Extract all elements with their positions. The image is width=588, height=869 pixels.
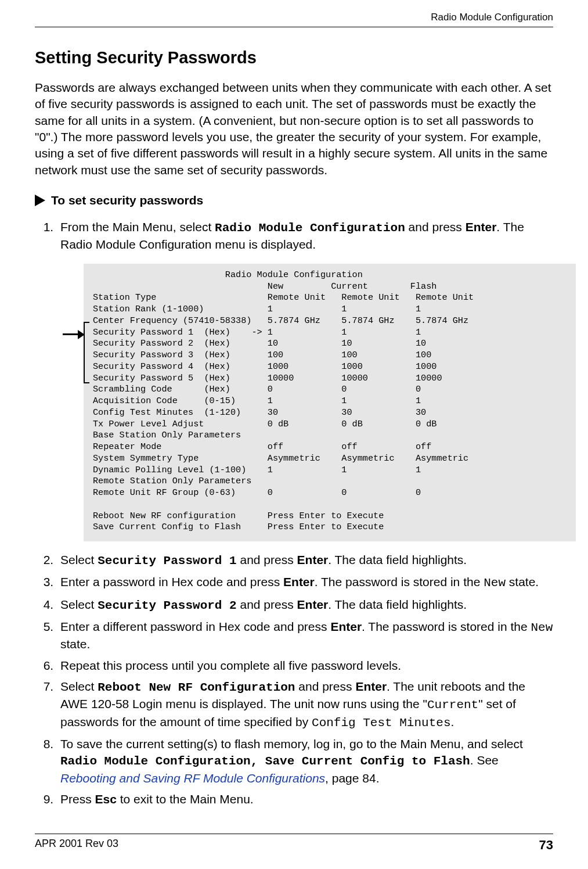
step-text: Enter a password in Hex code and press xyxy=(60,575,283,588)
step-text: . The password is stored in the xyxy=(315,575,484,588)
key-name: Enter xyxy=(330,620,362,633)
step-text: . The data field highlights. xyxy=(328,553,467,566)
step-text: Select xyxy=(60,598,98,611)
step-9: Press Esc to exit to the Main Menu. xyxy=(57,791,553,807)
step-text: To save the current setting(s) to flash … xyxy=(60,737,523,751)
step-text: state. xyxy=(506,575,539,588)
menu-command: Security Password 2 xyxy=(98,599,236,612)
menu-command: Reboot New RF Configuration xyxy=(98,681,295,694)
step-text: Press xyxy=(60,792,95,806)
step-text: Repeat this process until you complete a… xyxy=(60,659,401,672)
step-text: Enter a different password in Hex code a… xyxy=(60,620,330,633)
terminal-screenshot: Radio Module Configuration New Current F… xyxy=(84,264,553,541)
page-footer: APR 2001 Rev 03 73 xyxy=(35,834,553,853)
key-name: Enter xyxy=(283,575,315,588)
step-text: . The password is stored in the xyxy=(362,620,531,633)
step-text: state. xyxy=(60,637,90,651)
key-name: Esc xyxy=(95,792,117,806)
state-name: New xyxy=(484,576,506,590)
step-text: , page 84. xyxy=(325,771,379,785)
step-text: . The data field highlights. xyxy=(328,598,467,611)
step-8: To save the current setting(s) to flash … xyxy=(57,736,553,787)
key-name: Enter xyxy=(297,598,329,611)
step-text: Select xyxy=(60,680,98,693)
running-head: Radio Module Configuration xyxy=(35,12,553,27)
step-text: and press xyxy=(237,553,297,566)
procedure-arrow-icon xyxy=(35,195,45,206)
state-name: New xyxy=(531,621,553,634)
step-text: From the Main Menu, select xyxy=(60,220,215,234)
step-7: Select Reboot New RF Configuration and p… xyxy=(57,678,553,731)
step-2: Select Security Password 1 and press Ent… xyxy=(57,552,553,569)
step-text: and press xyxy=(237,598,297,611)
step-text: to exit to the Main Menu. xyxy=(117,792,254,806)
param-name: Config Test Minutes xyxy=(312,716,450,730)
step-text: Select xyxy=(60,553,98,566)
step-1: From the Main Menu, select Radio Module … xyxy=(57,219,553,541)
key-name: Enter xyxy=(297,553,329,566)
page-number: 73 xyxy=(539,838,553,853)
step-3: Enter a password in Hex code and press E… xyxy=(57,574,553,591)
intro-paragraph: Passwords are always exchanged between u… xyxy=(35,80,553,178)
step-text: and press xyxy=(405,220,466,234)
key-name: Enter xyxy=(466,220,497,234)
key-name: Enter xyxy=(355,680,387,693)
menu-command: Radio Module Configuration xyxy=(215,221,405,235)
step-text: and press xyxy=(295,680,355,693)
footer-revision: APR 2001 Rev 03 xyxy=(35,838,118,853)
state-name: Current xyxy=(427,698,478,712)
callout-arrow-icon xyxy=(63,324,84,423)
step-text: . xyxy=(451,715,454,728)
procedure-title: To set security passwords xyxy=(51,193,203,207)
step-4: Select Security Password 2 and press Ent… xyxy=(57,597,553,614)
menu-command: Radio Module Configuration, Save Current… xyxy=(60,755,470,768)
page-title: Setting Security Passwords xyxy=(35,48,553,67)
step-text: . See xyxy=(470,753,499,767)
step-list: From the Main Menu, select Radio Module … xyxy=(35,219,553,807)
cross-reference-link[interactable]: Rebooting and Saving RF Module Configura… xyxy=(60,771,325,785)
terminal-output: Radio Module Configuration New Current F… xyxy=(84,264,576,541)
step-5: Enter a different password in Hex code a… xyxy=(57,619,553,653)
menu-command: Security Password 1 xyxy=(98,554,236,568)
step-6: Repeat this process until you complete a… xyxy=(57,658,553,674)
